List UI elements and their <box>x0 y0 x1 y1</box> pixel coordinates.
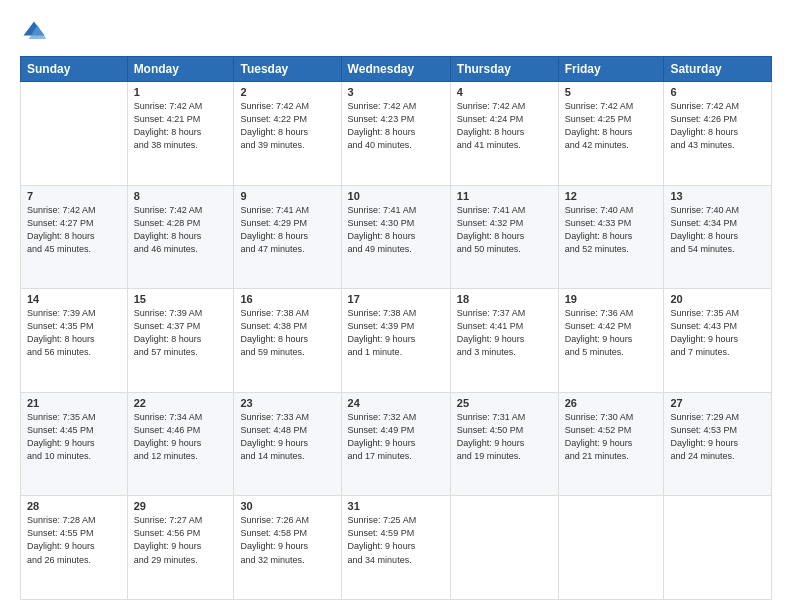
logo-icon <box>20 18 48 46</box>
day-cell: 18Sunrise: 7:37 AMSunset: 4:41 PMDayligh… <box>450 289 558 393</box>
day-cell: 3Sunrise: 7:42 AMSunset: 4:23 PMDaylight… <box>341 82 450 186</box>
day-info: Sunrise: 7:42 AMSunset: 4:26 PMDaylight:… <box>670 100 765 152</box>
day-cell: 21Sunrise: 7:35 AMSunset: 4:45 PMDayligh… <box>21 392 128 496</box>
day-cell: 31Sunrise: 7:25 AMSunset: 4:59 PMDayligh… <box>341 496 450 600</box>
day-cell: 24Sunrise: 7:32 AMSunset: 4:49 PMDayligh… <box>341 392 450 496</box>
day-info: Sunrise: 7:42 AMSunset: 4:23 PMDaylight:… <box>348 100 444 152</box>
day-cell: 12Sunrise: 7:40 AMSunset: 4:33 PMDayligh… <box>558 185 664 289</box>
day-info: Sunrise: 7:29 AMSunset: 4:53 PMDaylight:… <box>670 411 765 463</box>
day-number: 16 <box>240 293 334 305</box>
col-header-friday: Friday <box>558 57 664 82</box>
day-info: Sunrise: 7:39 AMSunset: 4:37 PMDaylight:… <box>134 307 228 359</box>
day-info: Sunrise: 7:25 AMSunset: 4:59 PMDaylight:… <box>348 514 444 566</box>
day-cell: 30Sunrise: 7:26 AMSunset: 4:58 PMDayligh… <box>234 496 341 600</box>
day-number: 8 <box>134 190 228 202</box>
day-cell: 10Sunrise: 7:41 AMSunset: 4:30 PMDayligh… <box>341 185 450 289</box>
day-cell: 26Sunrise: 7:30 AMSunset: 4:52 PMDayligh… <box>558 392 664 496</box>
day-number: 2 <box>240 86 334 98</box>
col-header-saturday: Saturday <box>664 57 772 82</box>
day-cell <box>450 496 558 600</box>
day-number: 25 <box>457 397 552 409</box>
week-row: 14Sunrise: 7:39 AMSunset: 4:35 PMDayligh… <box>21 289 772 393</box>
day-number: 4 <box>457 86 552 98</box>
day-cell: 6Sunrise: 7:42 AMSunset: 4:26 PMDaylight… <box>664 82 772 186</box>
col-header-sunday: Sunday <box>21 57 128 82</box>
day-cell: 14Sunrise: 7:39 AMSunset: 4:35 PMDayligh… <box>21 289 128 393</box>
day-info: Sunrise: 7:26 AMSunset: 4:58 PMDaylight:… <box>240 514 334 566</box>
week-row: 1Sunrise: 7:42 AMSunset: 4:21 PMDaylight… <box>21 82 772 186</box>
day-info: Sunrise: 7:42 AMSunset: 4:28 PMDaylight:… <box>134 204 228 256</box>
day-number: 29 <box>134 500 228 512</box>
day-info: Sunrise: 7:34 AMSunset: 4:46 PMDaylight:… <box>134 411 228 463</box>
header <box>20 18 772 46</box>
day-number: 21 <box>27 397 121 409</box>
day-info: Sunrise: 7:39 AMSunset: 4:35 PMDaylight:… <box>27 307 121 359</box>
day-info: Sunrise: 7:30 AMSunset: 4:52 PMDaylight:… <box>565 411 658 463</box>
day-cell <box>664 496 772 600</box>
day-number: 10 <box>348 190 444 202</box>
day-cell <box>21 82 128 186</box>
day-info: Sunrise: 7:42 AMSunset: 4:21 PMDaylight:… <box>134 100 228 152</box>
day-cell: 13Sunrise: 7:40 AMSunset: 4:34 PMDayligh… <box>664 185 772 289</box>
day-info: Sunrise: 7:41 AMSunset: 4:32 PMDaylight:… <box>457 204 552 256</box>
day-number: 31 <box>348 500 444 512</box>
day-cell: 9Sunrise: 7:41 AMSunset: 4:29 PMDaylight… <box>234 185 341 289</box>
day-info: Sunrise: 7:42 AMSunset: 4:24 PMDaylight:… <box>457 100 552 152</box>
day-number: 22 <box>134 397 228 409</box>
week-row: 21Sunrise: 7:35 AMSunset: 4:45 PMDayligh… <box>21 392 772 496</box>
day-number: 30 <box>240 500 334 512</box>
day-info: Sunrise: 7:41 AMSunset: 4:30 PMDaylight:… <box>348 204 444 256</box>
day-info: Sunrise: 7:37 AMSunset: 4:41 PMDaylight:… <box>457 307 552 359</box>
day-cell: 15Sunrise: 7:39 AMSunset: 4:37 PMDayligh… <box>127 289 234 393</box>
day-info: Sunrise: 7:40 AMSunset: 4:34 PMDaylight:… <box>670 204 765 256</box>
day-number: 27 <box>670 397 765 409</box>
day-number: 13 <box>670 190 765 202</box>
day-number: 15 <box>134 293 228 305</box>
day-info: Sunrise: 7:36 AMSunset: 4:42 PMDaylight:… <box>565 307 658 359</box>
day-number: 18 <box>457 293 552 305</box>
day-cell: 29Sunrise: 7:27 AMSunset: 4:56 PMDayligh… <box>127 496 234 600</box>
day-number: 17 <box>348 293 444 305</box>
calendar-table: SundayMondayTuesdayWednesdayThursdayFrid… <box>20 56 772 600</box>
day-info: Sunrise: 7:42 AMSunset: 4:27 PMDaylight:… <box>27 204 121 256</box>
day-info: Sunrise: 7:35 AMSunset: 4:43 PMDaylight:… <box>670 307 765 359</box>
header-row: SundayMondayTuesdayWednesdayThursdayFrid… <box>21 57 772 82</box>
day-number: 28 <box>27 500 121 512</box>
day-info: Sunrise: 7:33 AMSunset: 4:48 PMDaylight:… <box>240 411 334 463</box>
day-number: 1 <box>134 86 228 98</box>
day-number: 12 <box>565 190 658 202</box>
day-number: 14 <box>27 293 121 305</box>
col-header-tuesday: Tuesday <box>234 57 341 82</box>
day-number: 7 <box>27 190 121 202</box>
day-cell: 20Sunrise: 7:35 AMSunset: 4:43 PMDayligh… <box>664 289 772 393</box>
day-info: Sunrise: 7:27 AMSunset: 4:56 PMDaylight:… <box>134 514 228 566</box>
day-info: Sunrise: 7:38 AMSunset: 4:39 PMDaylight:… <box>348 307 444 359</box>
day-number: 3 <box>348 86 444 98</box>
week-row: 7Sunrise: 7:42 AMSunset: 4:27 PMDaylight… <box>21 185 772 289</box>
day-number: 5 <box>565 86 658 98</box>
day-info: Sunrise: 7:35 AMSunset: 4:45 PMDaylight:… <box>27 411 121 463</box>
day-cell: 17Sunrise: 7:38 AMSunset: 4:39 PMDayligh… <box>341 289 450 393</box>
day-cell: 8Sunrise: 7:42 AMSunset: 4:28 PMDaylight… <box>127 185 234 289</box>
day-cell: 28Sunrise: 7:28 AMSunset: 4:55 PMDayligh… <box>21 496 128 600</box>
day-cell: 25Sunrise: 7:31 AMSunset: 4:50 PMDayligh… <box>450 392 558 496</box>
day-cell: 11Sunrise: 7:41 AMSunset: 4:32 PMDayligh… <box>450 185 558 289</box>
day-number: 19 <box>565 293 658 305</box>
day-info: Sunrise: 7:41 AMSunset: 4:29 PMDaylight:… <box>240 204 334 256</box>
day-number: 26 <box>565 397 658 409</box>
day-cell: 7Sunrise: 7:42 AMSunset: 4:27 PMDaylight… <box>21 185 128 289</box>
day-number: 9 <box>240 190 334 202</box>
day-cell: 5Sunrise: 7:42 AMSunset: 4:25 PMDaylight… <box>558 82 664 186</box>
day-info: Sunrise: 7:28 AMSunset: 4:55 PMDaylight:… <box>27 514 121 566</box>
day-info: Sunrise: 7:32 AMSunset: 4:49 PMDaylight:… <box>348 411 444 463</box>
day-cell: 22Sunrise: 7:34 AMSunset: 4:46 PMDayligh… <box>127 392 234 496</box>
day-number: 23 <box>240 397 334 409</box>
day-cell: 23Sunrise: 7:33 AMSunset: 4:48 PMDayligh… <box>234 392 341 496</box>
day-cell: 16Sunrise: 7:38 AMSunset: 4:38 PMDayligh… <box>234 289 341 393</box>
day-cell: 1Sunrise: 7:42 AMSunset: 4:21 PMDaylight… <box>127 82 234 186</box>
day-number: 11 <box>457 190 552 202</box>
page: SundayMondayTuesdayWednesdayThursdayFrid… <box>0 0 792 612</box>
day-cell: 27Sunrise: 7:29 AMSunset: 4:53 PMDayligh… <box>664 392 772 496</box>
col-header-wednesday: Wednesday <box>341 57 450 82</box>
week-row: 28Sunrise: 7:28 AMSunset: 4:55 PMDayligh… <box>21 496 772 600</box>
